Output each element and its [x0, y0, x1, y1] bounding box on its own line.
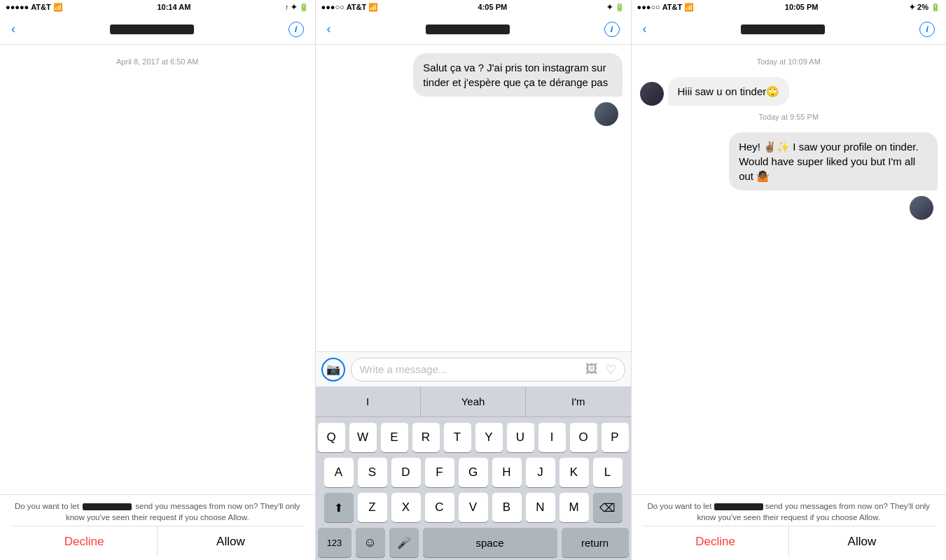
timestamp-left: April 8, 2017 at 6:50 AM [0, 57, 315, 66]
status-left-right: ●●●○○ AT&T 📶 [637, 3, 695, 12]
bluetooth-icon: ✦ [291, 3, 297, 12]
bubble-row-outgoing-right: Hey! ✌🏽✨ I saw your profile on tinder. W… [632, 131, 947, 192]
key-M[interactable]: M [559, 493, 589, 522]
outgoing-bubble-right: Hey! ✌🏽✨ I saw your profile on tinder. W… [729, 132, 938, 190]
key-row-1: Q W E R T Y U I O P [318, 423, 629, 452]
carrier-middle: AT&T [347, 3, 367, 11]
heart-icon[interactable]: ♡ [605, 362, 616, 377]
nav-bar-left: ‹ i [0, 14, 315, 45]
key-C[interactable]: C [425, 493, 454, 522]
middle-panel: ●●●○○ AT&T 📶 4:05 PM ✦ 🔋 ‹ i Salut ça va… [316, 0, 632, 560]
key-I[interactable]: I [538, 423, 566, 452]
allow-button-left[interactable]: Allow [158, 526, 303, 557]
chat-area-right: Today at 10:09 AM Hiii saw u on tinder🙄 … [632, 45, 947, 494]
info-button-middle[interactable]: i [604, 22, 620, 37]
key-shift[interactable]: ⬆ [324, 493, 354, 522]
wifi-icon-left: 📶 [53, 3, 63, 12]
info-button-right[interactable]: i [919, 22, 935, 37]
status-bar-left: ●●●●● AT&T 📶 10:14 AM ↑ ✦ 🔋 [0, 0, 315, 14]
chat-area-left: April 8, 2017 at 6:50 AM [0, 45, 315, 494]
key-L[interactable]: L [593, 458, 622, 487]
key-row-3: ⬆ Z X C V B N M ⌫ [318, 493, 629, 522]
keyboard-container: I Yeah I'm Q W E R T Y U I O P A S D F [316, 386, 631, 560]
left-panel: ●●●●● AT&T 📶 10:14 AM ↑ ✦ 🔋 ‹ i April 8,… [0, 0, 316, 560]
key-D[interactable]: D [391, 458, 421, 487]
key-T[interactable]: T [444, 423, 471, 452]
key-Y[interactable]: Y [475, 423, 503, 452]
key-E[interactable]: E [381, 423, 408, 452]
key-Z[interactable]: Z [358, 493, 387, 522]
key-J[interactable]: J [526, 458, 555, 487]
key-S[interactable]: S [358, 458, 387, 487]
key-space[interactable]: space [423, 528, 557, 557]
key-P[interactable]: P [601, 423, 629, 452]
incoming-bubble-right: Hiii saw u on tinder🙄 [668, 77, 790, 106]
wifi-icon-middle: 📶 [368, 3, 378, 12]
permission-text-left: Do you want to let send you messages fro… [11, 500, 304, 523]
camera-button[interactable]: 📷 [321, 358, 345, 382]
info-button-left[interactable]: i [288, 22, 304, 37]
key-F[interactable]: F [425, 458, 454, 487]
key-delete[interactable]: ⌫ [593, 493, 622, 522]
battery-icon-right: 🔋 [931, 3, 940, 12]
nav-bar-middle: ‹ i [316, 14, 631, 45]
input-bar-middle: 📷 Write a message... 🖼 ♡ [316, 351, 631, 386]
status-bar-middle: ●●●○○ AT&T 📶 4:05 PM ✦ 🔋 [316, 0, 631, 14]
key-X[interactable]: X [391, 493, 421, 522]
key-H[interactable]: H [492, 458, 522, 487]
time-right: 10:05 PM [785, 3, 819, 11]
message-input-wrap[interactable]: Write a message... 🖼 ♡ [351, 358, 625, 382]
battery-icon-middle: 🔋 [615, 3, 625, 12]
key-G[interactable]: G [459, 458, 488, 487]
key-123[interactable]: 123 [318, 528, 352, 557]
permission-buttons-right: Decline Allow [643, 526, 935, 557]
decline-button-left[interactable]: Decline [11, 526, 158, 557]
key-R[interactable]: R [412, 423, 440, 452]
status-left: ●●●●● AT&T 📶 [6, 3, 63, 12]
suggestion-Im[interactable]: I'm [526, 386, 630, 416]
sender-avatar-right-incoming [640, 82, 664, 106]
back-button-right[interactable]: ‹ [643, 22, 647, 36]
bubble-row-incoming-right: Hiii saw u on tinder🙄 [632, 76, 947, 107]
carrier-right: AT&T [662, 3, 683, 11]
status-right-left: ↑ ✦ 🔋 [285, 3, 309, 12]
key-K[interactable]: K [559, 458, 589, 487]
allow-button-right[interactable]: Allow [789, 526, 935, 557]
suggestion-Yeah[interactable]: Yeah [421, 386, 526, 416]
key-V[interactable]: V [459, 493, 488, 522]
wifi-icon-right: 📶 [684, 3, 694, 12]
time-left: 10:14 AM [157, 3, 190, 11]
back-button-left[interactable]: ‹ [11, 22, 15, 36]
time-middle: 4:05 PM [478, 3, 508, 11]
key-B[interactable]: B [492, 493, 522, 522]
key-U[interactable]: U [507, 423, 534, 452]
timestamp-incoming-right: Today at 10:09 AM [632, 57, 947, 66]
nav-title-left [110, 24, 194, 34]
keyboard-suggestions: I Yeah I'm [316, 386, 631, 417]
status-right-right: ✦ 2% 🔋 [909, 3, 940, 12]
signal-dots-right: ●●●○○ [637, 3, 660, 11]
image-icon[interactable]: 🖼 [585, 362, 598, 377]
key-N[interactable]: N [526, 493, 555, 522]
decline-button-right[interactable]: Decline [643, 526, 789, 557]
sender-avatar-right-outgoing [910, 196, 933, 220]
key-emoji[interactable]: ☺ [356, 528, 385, 557]
suggestion-I[interactable]: I [316, 386, 421, 416]
back-button-middle[interactable]: ‹ [327, 22, 331, 36]
key-O[interactable]: O [570, 423, 597, 452]
status-right-middle: ✦ 🔋 [606, 3, 625, 12]
nav-title-middle [426, 24, 510, 34]
key-A[interactable]: A [324, 458, 354, 487]
keyboard: Q W E R T Y U I O P A S D F G H J K L [316, 417, 631, 560]
key-W[interactable]: W [349, 423, 377, 452]
permission-buttons-left: Decline Allow [11, 526, 304, 557]
signal-dots-left: ●●●●● [6, 3, 29, 11]
key-Q[interactable]: Q [318, 423, 345, 452]
bubble-row-outgoing-middle: Salut ça va ? J'ai pris ton instagram su… [316, 52, 631, 98]
key-mic[interactable]: 🎤 [389, 528, 419, 557]
status-left-middle: ●●●○○ AT&T 📶 [321, 3, 379, 12]
key-return[interactable]: return [562, 528, 629, 557]
right-panel: ●●●○○ AT&T 📶 10:05 PM ✦ 2% 🔋 ‹ i Today a… [632, 0, 947, 560]
bluetooth-icon-middle: ✦ [606, 3, 613, 12]
signal-dots-middle: ●●●○○ [321, 3, 345, 11]
